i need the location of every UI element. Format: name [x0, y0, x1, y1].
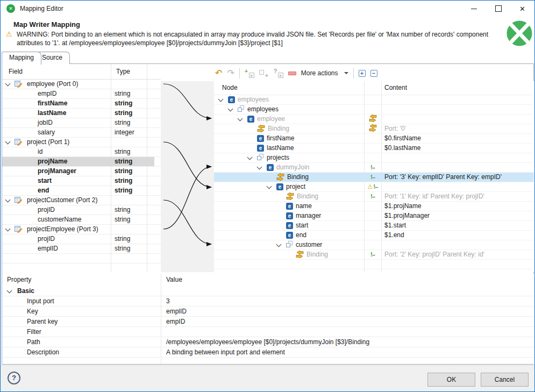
tree-row-manager[interactable]: manager$1.projManager: [214, 211, 534, 221]
undo-icon[interactable]: ↶: [215, 69, 222, 77]
maximize-button[interactable]: [486, 1, 510, 17]
field-row[interactable]: firstNamestring: [2, 99, 161, 109]
chevron-down-icon[interactable]: [5, 139, 11, 145]
element-icon: [286, 231, 293, 239]
tree-row-project[interactable]: project!--: [214, 182, 534, 192]
property-label: Path: [27, 338, 40, 346]
tree-row-binding[interactable]: Binding!--Port: '2' Key: projID' Parent …: [214, 250, 534, 260]
chevron-down-icon[interactable]: [5, 197, 11, 203]
tree-row-employee[interactable]: employee: [214, 115, 534, 124]
chevron-down-icon[interactable]: [344, 72, 348, 74]
field-row[interactable]: startstring: [2, 176, 161, 186]
help-button[interactable]: ?: [8, 372, 20, 384]
key-icon: !--: [370, 194, 375, 199]
maximize-icon: [495, 5, 502, 12]
tree-row-binding[interactable]: Binding!--Port: '1' Key: id' Parent Key:…: [214, 192, 534, 202]
property-row[interactable]: Basic: [2, 286, 534, 296]
binding-icon: [369, 115, 377, 124]
node-content: Port: '0': [384, 125, 406, 132]
property-row[interactable]: DescriptionA binding between input port …: [2, 347, 534, 358]
chevron-down-icon[interactable]: [257, 165, 262, 170]
chevron-down-icon[interactable]: [267, 184, 272, 189]
property-row[interactable]: KeyemplID: [2, 307, 534, 317]
chevron-down-icon[interactable]: [238, 116, 243, 122]
tree-row-name[interactable]: name$1.projName: [214, 202, 534, 211]
ok-button[interactable]: OK: [427, 373, 475, 387]
cancel-button[interactable]: Cancel: [481, 373, 529, 387]
property-row[interactable]: Filter: [2, 327, 534, 337]
footer-bar: ? OK Cancel: [1, 365, 534, 392]
binding-icon: [257, 125, 265, 134]
field-type: string: [115, 187, 132, 194]
tree-row-lastname[interactable]: lastName$0.lastName: [214, 144, 534, 153]
node-status-cell: !--: [364, 173, 381, 182]
tree-row-binding[interactable]: Binding!--Port: '3' Key: emplID' Parent …: [214, 173, 534, 182]
field-row[interactable]: projManagerstring: [2, 167, 161, 176]
add-wildcard-element-icon[interactable]: ? e: [274, 69, 283, 78]
mapping-editor-window: Mapping Editor Map Writer Mapping WARNIN…: [0, 0, 535, 392]
tree-row-firstname[interactable]: firstName$0.firstName: [214, 134, 534, 144]
property-value: emplID: [166, 308, 187, 315]
node-label: manager: [296, 212, 321, 219]
field-row[interactable]: employee (Port 0): [2, 80, 161, 89]
add-child-element-icon[interactable]: + e: [245, 69, 254, 78]
property-row[interactable]: Input port3: [2, 296, 534, 307]
chevron-down-icon[interactable]: [5, 226, 11, 232]
binding-icon: [296, 251, 304, 260]
field-row[interactable]: salaryinteger: [2, 128, 161, 138]
tree-row-binding[interactable]: BindingPort: '0': [214, 124, 534, 134]
field-type: integer: [115, 129, 134, 136]
property-row[interactable]: Parent keyempID: [2, 317, 534, 327]
field-row[interactable]: customerNamestring: [2, 215, 161, 225]
chevron-down-icon[interactable]: [228, 106, 233, 112]
properties-table: Property Value BasicInput port3KeyemplID…: [2, 274, 534, 364]
field-row[interactable]: emplIDstring: [2, 244, 161, 254]
field-row[interactable]: project (Port 1): [2, 138, 161, 147]
binding-icon: [276, 173, 284, 182]
node-label: Binding: [306, 251, 328, 258]
element-icon: [276, 183, 283, 190]
chevron-down-icon[interactable]: [218, 97, 224, 102]
field-row[interactable]: lastNamestring: [2, 109, 161, 118]
tree-row-start[interactable]: start$1.start: [214, 221, 534, 231]
field-row[interactable]: jobIDstring: [2, 118, 161, 128]
chevron-down-icon[interactable]: [7, 288, 12, 294]
chevron-down-icon[interactable]: [247, 155, 253, 160]
close-button[interactable]: [510, 1, 534, 17]
node-label: Binding: [297, 193, 318, 200]
node-content: Port: '3' Key: emplID' Parent Key: empID…: [384, 173, 502, 181]
node-status-cell: [364, 105, 381, 114]
warning-icon: [368, 184, 373, 190]
field-row[interactable]: endstring: [2, 186, 161, 196]
node-label: project: [286, 183, 305, 190]
chevron-down-icon[interactable]: [276, 242, 282, 247]
tree-row-dummyjoin[interactable]: dummyJoin!--: [214, 163, 534, 173]
field-row[interactable]: projIDstring: [2, 234, 161, 244]
empty-row: [2, 254, 161, 263]
expand-all-icon[interactable]: [359, 70, 366, 77]
tab-mapping[interactable]: Mapping: [2, 52, 41, 65]
node-label: customer: [296, 241, 322, 248]
property-row[interactable]: Path/employees/employees/employee [$0]/p…: [2, 337, 534, 347]
property-value: /employees/employees/employee [$0]/proje…: [166, 338, 369, 346]
tree-row-projects[interactable]: projects: [214, 153, 534, 163]
field-row[interactable]: projIDstring: [2, 205, 161, 215]
remove-icon[interactable]: [288, 72, 296, 75]
tree-row-employees[interactable]: employees: [214, 105, 534, 115]
field-row[interactable]: empIDstring: [2, 89, 161, 99]
field-row[interactable]: projNamestring: [2, 157, 161, 167]
tree-row-employees[interactable]: employees: [214, 95, 534, 105]
tree-row-end[interactable]: end$1.end: [214, 231, 534, 240]
redo-icon[interactable]: ↷: [227, 69, 234, 77]
field-row[interactable]: idstring: [2, 147, 161, 157]
chevron-down-icon[interactable]: [5, 81, 11, 87]
field-row[interactable]: projectCustomer (Port 2): [2, 196, 161, 205]
minimize-button[interactable]: [462, 1, 486, 17]
collapse-all-icon[interactable]: [370, 70, 377, 77]
array-icon: [257, 154, 264, 163]
add-element-icon[interactable]: +: [259, 69, 269, 78]
property-label: Parent key: [27, 318, 58, 325]
more-actions-button[interactable]: More actions: [301, 69, 338, 77]
tree-row-customer[interactable]: customer: [214, 240, 534, 250]
field-row[interactable]: projectEmployee (Port 3): [2, 225, 161, 234]
